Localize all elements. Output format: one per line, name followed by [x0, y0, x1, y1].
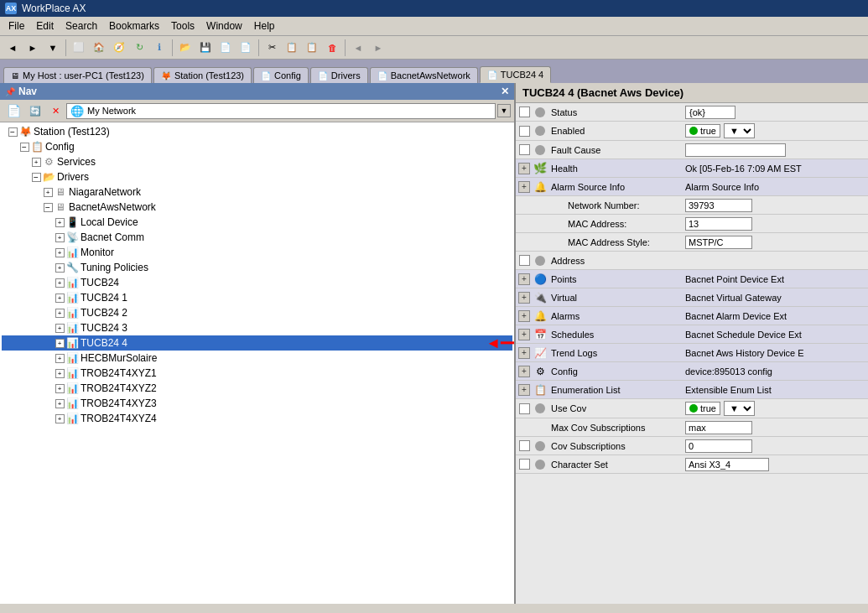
- covsubscriptions-input[interactable]: [685, 439, 752, 453]
- tree-row-bacnetcomm[interactable]: 📡 Bacnet Comm: [2, 230, 512, 245]
- nav-close-icon[interactable]: ✕: [501, 86, 509, 97]
- usecov-checkbox[interactable]: [516, 403, 533, 414]
- tree-row-niagaranetwork[interactable]: 🖥 NiagaraNetwork: [2, 184, 512, 200]
- health-expand-btn[interactable]: +: [518, 163, 530, 174]
- tree-row-hecbmursolaire[interactable]: 📊 HECBMurSolaire: [2, 351, 512, 366]
- menu-search[interactable]: Search: [60, 18, 102, 34]
- tree-row-tucb242[interactable]: 📊 TUCB24 2: [2, 305, 512, 320]
- undo-button[interactable]: ◄: [349, 39, 367, 57]
- usecov-select[interactable]: ▼: [724, 401, 755, 416]
- alarms-expand-btn[interactable]: +: [518, 310, 530, 322]
- address-checkbox[interactable]: [516, 255, 533, 266]
- menu-file[interactable]: File: [3, 18, 29, 34]
- nav-stop-button[interactable]: ✕: [46, 101, 65, 120]
- menu-bookmarks[interactable]: Bookmarks: [104, 18, 164, 34]
- nav-refresh-button[interactable]: 🔄: [26, 101, 44, 120]
- expand-localdevice[interactable]: [54, 216, 65, 228]
- nav-dropdown[interactable]: 🌐 My Network: [66, 103, 496, 119]
- enabled-select[interactable]: ▼: [724, 123, 755, 138]
- tree-row-tucb243[interactable]: 📊 TUCB24 3: [2, 320, 512, 335]
- tab-bacnet[interactable]: 📄 BacnetAwsNetwork: [370, 67, 478, 83]
- maxcov-input[interactable]: [685, 421, 752, 434]
- points-expand-btn[interactable]: +: [518, 273, 530, 285]
- tab-tucb244[interactable]: 📄 TUCB24 4: [480, 66, 551, 83]
- expand-trob4[interactable]: [54, 413, 65, 424]
- print-button[interactable]: 📄: [216, 39, 235, 57]
- menu-tools[interactable]: Tools: [166, 18, 200, 34]
- charset-input[interactable]: [685, 458, 769, 471]
- paste-button[interactable]: 📋: [303, 39, 321, 57]
- menu-help[interactable]: Help: [249, 18, 280, 34]
- refresh-button[interactable]: ↻: [130, 39, 148, 57]
- expand-station[interactable]: [7, 126, 18, 138]
- back-button[interactable]: ◄: [3, 39, 22, 57]
- tree-row-station[interactable]: 🦊 Station (Test123): [2, 124, 512, 139]
- dropdown-button[interactable]: ▼: [44, 39, 62, 57]
- status-checkbox[interactable]: [516, 106, 533, 117]
- schedules-expand-btn[interactable]: +: [518, 329, 530, 340]
- expand-hecbmursolaire[interactable]: [54, 352, 65, 364]
- config-expand-btn[interactable]: +: [518, 366, 530, 377]
- expand-niagaranetwork[interactable]: [42, 186, 54, 198]
- tree-row-trob4[interactable]: 📊 TROB24T4XYZ4: [2, 411, 512, 426]
- charset-checkbox[interactable]: [516, 459, 533, 470]
- fault-checkbox[interactable]: [516, 144, 533, 155]
- expand-bacnetawsnetwork[interactable]: [42, 201, 54, 213]
- enabled-checkbox[interactable]: [516, 126, 533, 137]
- menu-window[interactable]: Window: [201, 18, 247, 34]
- forward-button[interactable]: ►: [23, 39, 42, 57]
- tab-drivers[interactable]: 📄 Drivers: [310, 67, 368, 83]
- tree-row-bacnetawsnetwork[interactable]: 🖥 BacnetAwsNetwork: [2, 200, 512, 215]
- expand-monitor[interactable]: [54, 247, 65, 258]
- expand-tuningpolicies[interactable]: [54, 262, 65, 273]
- nav-button[interactable]: 🧭: [110, 39, 128, 57]
- expand-tucb242[interactable]: [54, 307, 65, 319]
- tab-myhost[interactable]: 🖥 My Host : user-PC1 (Test123): [3, 67, 152, 83]
- cut-button[interactable]: ✂: [262, 39, 281, 57]
- enumlist-expand-btn[interactable]: +: [518, 384, 530, 396]
- tree-row-config[interactable]: 📋 Config: [2, 139, 512, 154]
- tree-row-trob2[interactable]: 📊 TROB24T4XYZ2: [2, 381, 512, 396]
- alarm-expand-btn[interactable]: +: [518, 181, 530, 193]
- trendlogs-expand-btn[interactable]: +: [518, 347, 530, 359]
- delete-button[interactable]: 🗑: [323, 39, 341, 57]
- expand-drivers[interactable]: [30, 171, 42, 183]
- info-button[interactable]: ℹ: [150, 39, 169, 57]
- tree-row-tuningpolicies[interactable]: 🔧 Tuning Policies: [2, 260, 512, 275]
- nav-dropdown-arrow[interactable]: ▼: [497, 104, 511, 117]
- expand-trob1[interactable]: [54, 367, 65, 379]
- expand-tucb243[interactable]: [54, 322, 65, 334]
- menu-edit[interactable]: Edit: [31, 18, 59, 34]
- print2-button[interactable]: 📄: [236, 39, 255, 57]
- view-button[interactable]: ⬜: [70, 39, 88, 57]
- expand-bacnetcomm[interactable]: [54, 231, 65, 243]
- tree-row-tucb241[interactable]: 📊 TUCB24 1: [2, 290, 512, 305]
- home-button[interactable]: 🏠: [90, 39, 108, 57]
- expand-trob2[interactable]: [54, 382, 65, 394]
- tree-row-monitor[interactable]: 📊 Monitor: [2, 245, 512, 260]
- expand-tucb24[interactable]: [54, 277, 65, 288]
- covsubscriptions-checkbox[interactable]: [516, 440, 533, 451]
- redo-button[interactable]: ►: [369, 39, 387, 57]
- open-button[interactable]: 📂: [176, 39, 195, 57]
- mac-style-input[interactable]: [685, 236, 752, 249]
- virtual-expand-btn[interactable]: +: [518, 292, 530, 304]
- tab-station[interactable]: 🦊 Station (Test123): [153, 67, 252, 83]
- tree-row-services[interactable]: ⚙ Services: [2, 154, 512, 169]
- tree-row-trob1[interactable]: 📊 TROB24T4XYZ1: [2, 366, 512, 381]
- tab-config[interactable]: 📄 Config: [253, 67, 309, 83]
- save-button[interactable]: 💾: [196, 39, 215, 57]
- tree-row-tucb24[interactable]: 📊 TUCB24: [2, 275, 512, 290]
- expand-tucb244[interactable]: [54, 337, 65, 349]
- nav-add-button[interactable]: 📄: [3, 101, 24, 120]
- expand-config[interactable]: [18, 141, 30, 153]
- tree-row-drivers[interactable]: 📂 Drivers: [2, 169, 512, 184]
- expand-tucb241[interactable]: [54, 292, 65, 304]
- tree-row-localdevice[interactable]: 📱 Local Device: [2, 215, 512, 230]
- mac-address-input[interactable]: [685, 217, 752, 231]
- tree-row-tucb244[interactable]: 📊 TUCB24 4 ◄━━: [2, 335, 512, 351]
- tree-row-trob3[interactable]: 📊 TROB24T4XYZ3: [2, 396, 512, 411]
- expand-trob3[interactable]: [54, 397, 65, 409]
- network-number-input[interactable]: [685, 199, 752, 212]
- expand-services[interactable]: [30, 156, 42, 168]
